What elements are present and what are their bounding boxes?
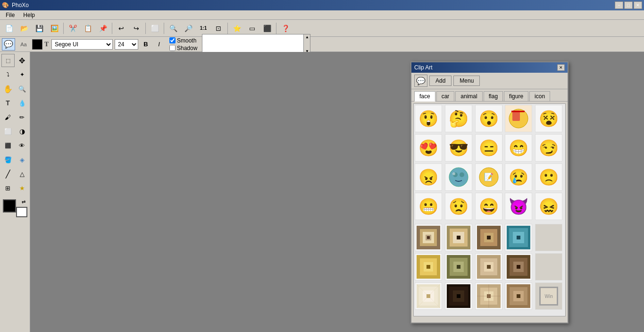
shapes-tool[interactable]: △	[16, 167, 29, 180]
shadow-checkbox-label[interactable]: Shadow	[169, 45, 197, 51]
emoji-item-13[interactable]: 😢	[505, 163, 532, 191]
save-button[interactable]: 💾	[32, 22, 46, 35]
frame-item-6[interactable]	[445, 253, 472, 281]
minimize-button[interactable]: −	[615, 1, 623, 9]
menu-help[interactable]: Help	[19, 11, 39, 19]
tab-flag[interactable]: flag	[484, 91, 503, 101]
smooth-checkbox[interactable]	[169, 37, 176, 43]
emoji-item-4[interactable]: 😵	[535, 105, 562, 132]
lasso-tool[interactable]: ⤵	[1, 68, 15, 81]
font-size-select[interactable]: 24	[115, 39, 138, 50]
emoji-item-10[interactable]: 😠	[415, 163, 442, 191]
menu-file[interactable]: File	[2, 11, 18, 19]
gradient-tool[interactable]: ◈	[16, 153, 29, 166]
color-swatch[interactable]	[32, 39, 42, 50]
effect-button[interactable]: ⬛	[260, 22, 274, 35]
tab-face[interactable]: face	[414, 91, 435, 102]
select-tool[interactable]: ⬚	[1, 54, 15, 67]
brush-tool[interactable]: 🖌	[1, 111, 15, 124]
swap-colors[interactable]: ⇄	[22, 199, 27, 205]
text-tool[interactable]: T	[1, 96, 15, 110]
star-button[interactable]: ⭐	[230, 22, 244, 35]
emoji-item-9[interactable]: 😏	[535, 134, 562, 162]
fit-button[interactable]: ⊡	[211, 22, 226, 35]
text-input-area[interactable]: ▲ ▼	[202, 34, 310, 55]
emoji-item-12[interactable]: 📝	[475, 163, 502, 191]
emoji-item-19[interactable]: 😖	[535, 193, 562, 220]
fg-color[interactable]	[3, 199, 16, 213]
text-mode-button[interactable]: 💬	[2, 38, 15, 51]
italic-button[interactable]: I	[153, 39, 165, 50]
frame-item-1[interactable]	[445, 224, 472, 251]
redo-button[interactable]: ↪	[129, 22, 143, 35]
bg-color[interactable]	[16, 207, 27, 217]
emoji-item-15[interactable]: 😬	[415, 193, 442, 220]
frame-item-2[interactable]	[475, 224, 502, 251]
emoji-item-0[interactable]: 😲	[415, 105, 442, 132]
tab-figure[interactable]: figure	[504, 91, 528, 101]
add-button[interactable]: Add	[429, 76, 452, 86]
star-tool[interactable]: ★	[16, 181, 29, 195]
frame-item-7[interactable]	[475, 253, 502, 281]
tab-animal[interactable]: animal	[455, 91, 482, 101]
frame-item-13[interactable]	[505, 282, 532, 310]
tab-car[interactable]: car	[436, 91, 455, 101]
help-button[interactable]: ❓	[278, 22, 293, 35]
undo-button[interactable]: ↩	[114, 22, 128, 35]
shadow-checkbox[interactable]	[169, 45, 176, 51]
emoji-item-14[interactable]: 🙁	[535, 163, 562, 191]
emoji-item-6[interactable]: 😎	[445, 134, 472, 162]
emoji-item-11[interactable]	[445, 163, 472, 191]
magic-wand-tool[interactable]: ✦	[16, 68, 29, 81]
frame-item-10[interactable]	[415, 282, 442, 310]
crop-tool[interactable]: ⊞	[1, 181, 15, 195]
new-button[interactable]: 📄	[2, 22, 16, 35]
smooth-checkbox-label[interactable]: Smooth	[169, 37, 197, 44]
copy-button[interactable]: 📋	[81, 22, 95, 35]
zoom-in-button[interactable]: 🔍	[166, 22, 180, 35]
frame-item-4[interactable]	[535, 224, 562, 251]
clone-tool[interactable]: ⬛	[1, 139, 15, 152]
eraser-tool[interactable]: ⬜	[1, 125, 15, 138]
close-button[interactable]: ✕	[634, 1, 642, 9]
frame-item-11[interactable]	[445, 282, 472, 310]
redeye-tool[interactable]: 👁	[16, 139, 29, 152]
zoom-tool[interactable]: 🔍	[16, 82, 29, 95]
text-scroll-up[interactable]: ▲	[304, 34, 310, 40]
panel-close-button[interactable]: ✕	[557, 64, 565, 71]
zoom-100-button[interactable]: 1:1	[196, 22, 210, 35]
emoji-item-2[interactable]: 😯	[475, 105, 502, 132]
menu-button[interactable]: Menu	[453, 76, 480, 86]
cut-button[interactable]: ✂️	[66, 22, 80, 35]
frame-item-9[interactable]	[535, 253, 562, 281]
emoji-item-7[interactable]: 😑	[475, 134, 502, 162]
emoji-item-18[interactable]: 😈	[505, 193, 532, 220]
zoom-out-button[interactable]: 🔎	[181, 22, 195, 35]
emoji-item-8[interactable]: 😁	[505, 134, 532, 162]
fill-tool[interactable]: 🪣	[1, 153, 15, 166]
pencil-tool[interactable]: ✏	[16, 111, 29, 124]
hand-tool[interactable]: ✋	[1, 82, 15, 95]
frame-item-12[interactable]	[475, 282, 502, 310]
bold-button[interactable]: B	[140, 39, 151, 50]
frame-item-0[interactable]	[415, 224, 442, 251]
frame-item-14[interactable]: Win	[535, 282, 562, 310]
import-button[interactable]: 🖼️	[47, 22, 61, 35]
clip-art-icon-button[interactable]: 💬	[414, 75, 427, 87]
dodge-tool[interactable]: ◑	[16, 125, 29, 138]
text-alt-button[interactable]: Aa	[17, 38, 30, 51]
tab-icon[interactable]: icon	[529, 91, 550, 101]
frame-item-5[interactable]	[415, 253, 442, 281]
select-rect-button[interactable]: ⬜	[148, 22, 162, 35]
emoji-item-3[interactable]	[505, 105, 532, 132]
frame-item-3[interactable]	[505, 224, 532, 251]
frame-item-8[interactable]	[505, 253, 532, 281]
eyedropper-tool[interactable]: 💧	[16, 96, 29, 110]
move-tool[interactable]: ✥	[16, 54, 29, 67]
font-select[interactable]: Segoe UI	[51, 39, 113, 50]
emoji-item-5[interactable]: 😍	[415, 134, 442, 162]
emoji-item-1[interactable]: 🤔	[445, 105, 472, 132]
emoji-item-17[interactable]: 😄	[475, 193, 502, 220]
paste-button[interactable]: 📌	[96, 22, 110, 35]
open-button[interactable]: 📂	[17, 22, 31, 35]
